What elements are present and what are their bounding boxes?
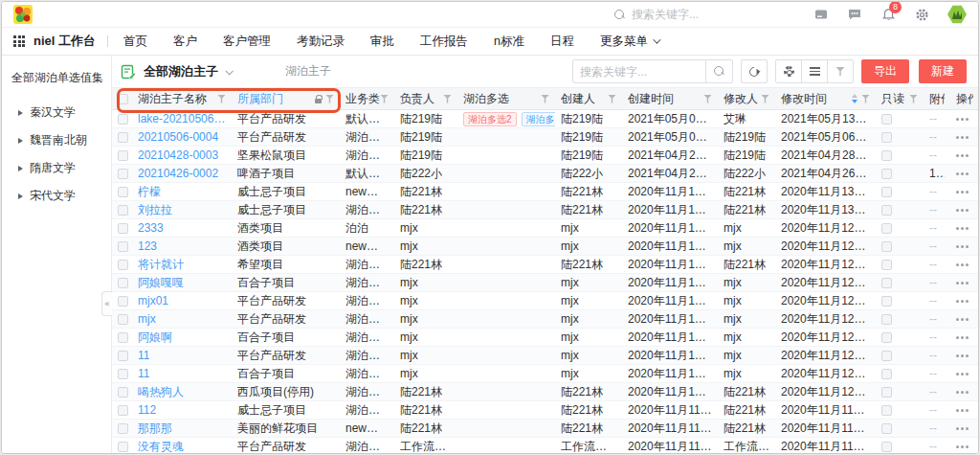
sidebar-item-0[interactable]: 秦汉文学 [11,99,105,126]
readonly-checkbox[interactable] [881,442,892,452]
row-checkbox[interactable] [118,442,128,452]
row-actions-icon[interactable] [956,188,969,196]
row-actions-icon[interactable] [956,261,969,269]
record-link[interactable]: 阿娘嘎嘎 [138,275,184,291]
row-actions-icon[interactable] [956,443,969,451]
row-checkbox[interactable] [118,205,128,216]
nav-item-4[interactable]: 审批 [370,34,394,50]
row-checkbox[interactable] [118,223,128,234]
global-search-input[interactable] [632,8,756,21]
row-density-button[interactable] [801,59,828,83]
row-actions-icon[interactable] [956,115,969,124]
subview-tab[interactable]: 湖泊主子 [285,63,331,80]
record-link[interactable]: 11 [138,367,149,380]
record-link[interactable]: 2333 [138,221,164,235]
readonly-checkbox[interactable] [881,332,892,343]
notifications-bell-icon[interactable]: 8 [880,7,896,22]
readonly-checkbox[interactable] [881,314,892,325]
row-actions-icon[interactable] [956,279,969,287]
user-avatar[interactable] [947,5,967,24]
column-settings-button[interactable] [775,59,802,83]
record-link[interactable]: 将计就计 [138,257,184,273]
readonly-checkbox[interactable] [881,205,892,216]
readonly-checkbox[interactable] [881,114,892,125]
row-actions-icon[interactable] [956,315,969,324]
nav-item-1[interactable]: 客户 [173,34,197,50]
nav-item-6[interactable]: n标准 [494,34,524,50]
readonly-checkbox[interactable] [881,150,892,161]
filter-icon[interactable] [761,95,769,103]
filter-icon[interactable] [380,95,389,103]
row-checkbox[interactable] [118,332,128,343]
row-actions-icon[interactable] [956,424,969,433]
record-link[interactable]: 喝热狗人 [138,384,184,400]
nav-item-7[interactable]: 日程 [550,34,574,50]
row-checkbox[interactable] [118,387,128,398]
filter-icon[interactable] [861,95,870,103]
workbench-card-icon[interactable] [813,7,829,22]
tree-expand-icon[interactable] [18,138,23,144]
record-link[interactable]: 没有灵魂 [138,439,184,455]
settings-gear-icon[interactable] [914,7,929,22]
record-link[interactable]: mjx [138,312,156,326]
readonly-checkbox[interactable] [881,260,892,270]
readonly-checkbox[interactable] [881,351,892,361]
readonly-checkbox[interactable] [881,296,892,307]
row-actions-icon[interactable] [956,406,969,415]
readonly-checkbox[interactable] [881,423,892,434]
row-actions-icon[interactable] [956,242,969,251]
filter-icon[interactable] [608,95,616,103]
filter-icon[interactable] [217,95,226,103]
record-link[interactable]: 11 [138,349,149,362]
filter-button[interactable] [827,59,854,83]
nav-item-3[interactable]: 考勤记录 [297,34,345,50]
row-actions-icon[interactable] [956,151,969,160]
readonly-checkbox[interactable] [881,387,892,398]
tree-expand-icon[interactable] [18,166,23,171]
row-checkbox[interactable] [118,187,128,197]
record-link[interactable]: 那那那 [138,421,172,437]
row-actions-icon[interactable] [956,297,969,306]
tree-expand-icon[interactable] [18,110,23,116]
record-link[interactable]: 20210428-0003 [138,148,218,162]
record-link[interactable]: 刘拉拉 [138,202,172,218]
more-menu[interactable]: 更多菜单 [600,34,658,50]
row-checkbox[interactable] [118,296,128,307]
row-checkbox[interactable] [118,132,128,143]
readonly-checkbox[interactable] [881,132,892,143]
record-link[interactable]: 20210506-0004 [138,130,218,144]
readonly-checkbox[interactable] [881,405,892,416]
nav-item-0[interactable]: 首页 [123,34,147,50]
readonly-checkbox[interactable] [881,241,892,252]
apps-grid-icon[interactable] [13,35,25,47]
record-link[interactable]: 123 [138,239,157,253]
record-link[interactable]: 112 [138,403,156,417]
row-checkbox[interactable] [118,150,128,161]
row-checkbox[interactable] [118,369,128,379]
row-actions-icon[interactable] [956,352,969,360]
search-button[interactable] [705,60,732,82]
filter-icon[interactable] [443,95,452,103]
row-actions-icon[interactable] [956,333,969,342]
readonly-checkbox[interactable] [881,223,892,234]
record-link[interactable]: 20210426-0002 [138,167,218,180]
tree-expand-icon[interactable] [18,193,23,199]
row-checkbox[interactable] [118,241,128,252]
row-checkbox[interactable] [118,114,128,125]
row-actions-icon[interactable] [956,224,969,233]
sidebar-item-1[interactable]: 魏晋南北朝 [11,126,105,154]
row-checkbox[interactable] [118,423,128,434]
record-link[interactable]: lake-20210506-0005 [138,112,226,125]
view-title[interactable]: 全部湖泊主子 [144,63,218,80]
sort-icon[interactable] [852,94,858,103]
create-button[interactable]: 新建 [919,59,967,83]
workspace-title[interactable]: niel 工作台 [33,33,96,50]
row-checkbox[interactable] [118,405,128,416]
row-checkbox[interactable] [118,278,128,288]
row-actions-icon[interactable] [956,170,969,178]
chevron-down-icon[interactable] [225,67,233,75]
filter-icon[interactable] [909,95,918,103]
select-all-checkbox[interactable] [118,94,128,104]
record-link[interactable]: 阿娘啊 [138,330,172,346]
row-actions-icon[interactable] [956,133,969,142]
